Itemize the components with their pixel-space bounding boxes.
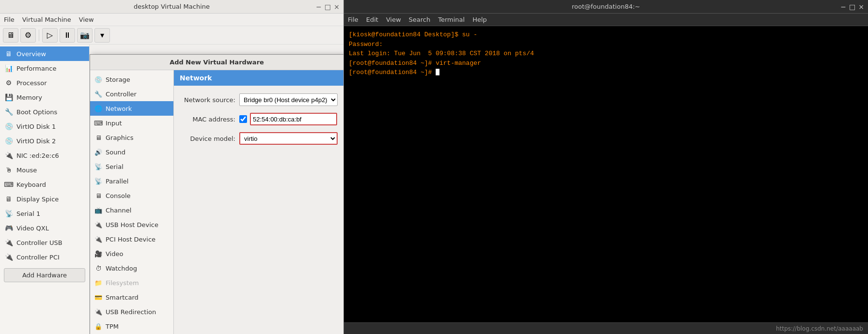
sidebar-item-boot-options[interactable]: 🔧 Boot Options — [0, 105, 89, 119]
vm-minimize-btn[interactable]: − — [316, 3, 322, 11]
menu-file[interactable]: File — [4, 16, 15, 23]
dialog-list-pci-host[interactable]: 🔌 PCI Host Device — [90, 232, 173, 246]
dialog-list-label: Sound — [106, 149, 125, 156]
dialog-list-input[interactable]: ⌨ Input — [90, 116, 173, 130]
mac-input[interactable] — [250, 113, 337, 125]
dialog-list-label: Input — [106, 120, 122, 127]
dialog-list-network[interactable]: 🌐 Network — [90, 101, 173, 116]
mac-checkbox[interactable] — [239, 115, 247, 123]
toolbar-separator — [39, 30, 39, 41]
dialog-list-label: Storage — [106, 76, 130, 83]
terminal-menu-terminal[interactable]: Terminal — [438, 16, 465, 23]
dialog-titlebar: Add New Virtual Hardware — [90, 55, 343, 70]
dialog-list-parallel[interactable]: 📡 Parallel — [90, 174, 173, 188]
sidebar-item-overview[interactable]: 🖥 Overview — [0, 46, 89, 61]
usb-redirect-icon: 🔌 — [94, 307, 103, 316]
terminal-minimize-btn[interactable]: − — [840, 3, 846, 11]
snapshot-icon[interactable]: 📷 — [77, 28, 93, 43]
dialog-list-usb-redirect[interactable]: 🔌 USB Redirection — [90, 304, 173, 319]
processor-icon: ⚙ — [4, 78, 14, 88]
sidebar-item-processor[interactable]: ⚙ Processor — [0, 76, 89, 90]
more-icon[interactable]: ▾ — [94, 28, 110, 43]
sidebar-item-label: Overview — [16, 50, 46, 58]
dialog-list-label: Network — [106, 105, 132, 112]
menu-view[interactable]: View — [79, 16, 94, 23]
sidebar-item-label: Display Spice — [16, 196, 59, 203]
dialog-list-label: Filesystem — [106, 279, 139, 287]
terminal-line-5: [root@foundation84 ~]# █ — [349, 68, 863, 77]
sidebar-item-label: Boot Options — [16, 108, 57, 116]
dialog-list-serial[interactable]: 📡 Serial — [90, 159, 173, 174]
video-list-icon: 🎥 — [94, 249, 103, 258]
dialog-list-label: Controller — [106, 91, 137, 98]
terminal-menu-search[interactable]: Search — [409, 16, 431, 23]
terminal-maximize-btn[interactable]: □ — [849, 3, 855, 11]
monitor-icon[interactable]: 🖥 — [3, 28, 18, 43]
dialog-list-console[interactable]: 🖥 Console — [90, 188, 173, 203]
memory-icon: 💾 — [4, 92, 14, 102]
vm-sidebar: 🖥 Overview 📊 Performance ⚙ Processor 💾 M… — [0, 45, 90, 334]
terminal-body[interactable]: [kiosk@foundation84 Desktop]$ su - Passw… — [344, 26, 868, 322]
sidebar-item-keyboard[interactable]: ⌨ Keyboard — [0, 177, 89, 192]
terminal-close-btn[interactable]: × — [858, 3, 864, 11]
add-hardware-button[interactable]: Add Hardware — [4, 268, 85, 282]
sidebar-item-nic[interactable]: 🔌 NIC :ed:2e:c6 — [0, 148, 89, 163]
dialog-list-label: Smartcard — [106, 294, 139, 301]
sidebar-item-virtio-disk-2[interactable]: 💿 VirtIO Disk 2 — [0, 134, 89, 148]
terminal-statusbar: https://blog.csdn.net/aaaaaab — [344, 322, 868, 334]
vm-titlebar: desktop Virtual Machine − □ × — [0, 0, 343, 14]
terminal-menu-file[interactable]: File — [348, 16, 358, 23]
dialog-list-channel[interactable]: 📺 Channel — [90, 203, 173, 217]
sidebar-item-mouse[interactable]: 🖱 Mouse — [0, 163, 89, 177]
play-icon[interactable]: ▷ — [42, 28, 58, 43]
serial-icon: 📡 — [4, 209, 14, 218]
dialog-list-label: Watchdog — [106, 265, 137, 272]
smartcard-icon: 💳 — [94, 293, 103, 302]
sidebar-item-performance[interactable]: 📊 Performance — [0, 61, 89, 76]
dialog-list-label: Console — [106, 192, 131, 199]
sidebar-item-virtio-disk-1[interactable]: 💿 VirtIO Disk 1 — [0, 119, 89, 134]
device-model-select[interactable]: virtio — [239, 132, 338, 145]
sidebar-item-video-qxl[interactable]: 🎮 Video QXL — [0, 221, 89, 235]
dialog-list-label: Video — [106, 250, 123, 258]
sidebar-item-serial-1[interactable]: 📡 Serial 1 — [0, 206, 89, 221]
sidebar-item-label: Keyboard — [16, 181, 46, 188]
nic-icon: 🔌 — [4, 151, 14, 160]
sidebar-item-memory[interactable]: 💾 Memory — [0, 90, 89, 105]
sound-icon: 🔊 — [94, 148, 103, 156]
input-icon: ⌨ — [94, 119, 103, 127]
dialog-list-controller[interactable]: 🔧 Controller — [90, 87, 173, 101]
dialog-list-storage[interactable]: 💿 Storage — [90, 72, 173, 87]
dialog-list-video[interactable]: 🎥 Video — [90, 246, 173, 261]
sidebar-item-display-spice[interactable]: 🖥 Display Spice — [0, 192, 89, 206]
usb-host-icon: 🔌 — [94, 220, 103, 229]
dialog-list-graphics[interactable]: 🖥 Graphics — [90, 130, 173, 145]
settings-icon[interactable]: ⚙ — [20, 28, 36, 43]
video-icon: 🎮 — [4, 223, 14, 233]
sidebar-item-controller-pci[interactable]: 🔌 Controller PCI — [0, 250, 89, 264]
dialog-list-sound[interactable]: 🔊 Sound — [90, 145, 173, 159]
sidebar-item-label: VirtIO Disk 1 — [16, 123, 56, 130]
sidebar-item-controller-usb[interactable]: 🔌 Controller USB — [0, 235, 89, 250]
sidebar-item-label: Performance — [16, 65, 56, 72]
console-icon: 🖥 — [94, 191, 103, 200]
network-source-select[interactable]: Bridge br0 (Host device p4p2) — [239, 93, 338, 106]
terminal-menu-help[interactable]: Help — [472, 16, 487, 23]
network-icon: 🌐 — [94, 104, 103, 113]
vm-maximize-btn[interactable]: □ — [325, 3, 331, 11]
menu-virtual-machine[interactable]: Virtual Machine — [22, 16, 71, 23]
network-source-label: Network source: — [180, 96, 235, 104]
sidebar-item-label: Mouse — [16, 167, 37, 174]
dialog-list-smartcard[interactable]: 💳 Smartcard — [90, 290, 173, 304]
device-model-row: Device model: virtio — [180, 132, 338, 145]
pause-icon[interactable]: ⏸ — [60, 28, 75, 43]
vm-close-btn[interactable]: × — [334, 3, 340, 11]
terminal-menu-edit[interactable]: Edit — [366, 16, 378, 23]
dialog-list-usb-host[interactable]: 🔌 USB Host Device — [90, 217, 173, 232]
dialog-list-tpm[interactable]: 🔒 TPM — [90, 319, 173, 334]
terminal-title: root@foundation84:~ — [572, 3, 640, 10]
controller-icon: 🔧 — [94, 90, 103, 98]
dialog-list-watchdog[interactable]: ⏱ Watchdog — [90, 261, 173, 275]
terminal-line-1: [kiosk@foundation84 Desktop]$ su - — [349, 30, 863, 40]
terminal-menu-view[interactable]: View — [386, 16, 401, 23]
